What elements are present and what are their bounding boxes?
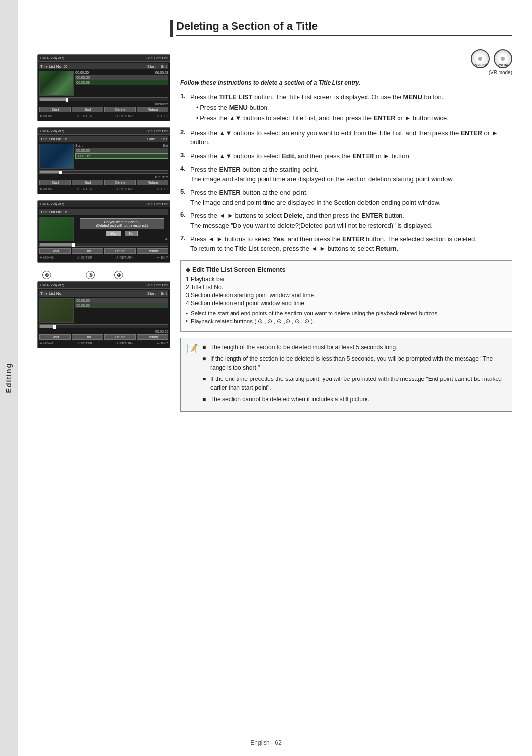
step-2-num: 2. bbox=[180, 128, 188, 147]
screen-3-source: DVD-RW(VR) bbox=[40, 202, 64, 206]
step-1-sub-2: Press the ▲▼ buttons to select Title Lis… bbox=[196, 113, 512, 123]
dvd-rw-icon: DVD-RW bbox=[494, 49, 512, 68]
screen-4-title: Edit Title List bbox=[146, 283, 168, 287]
elements-title-text: Edit Title List Screen Elements bbox=[192, 266, 286, 273]
screen-3-yes-btn[interactable]: Yes bbox=[106, 231, 120, 236]
sidebar-label: Editing bbox=[5, 363, 13, 393]
step-4-content: Press the ENTER button at the starting p… bbox=[190, 165, 512, 184]
screen-2-btn-delete[interactable]: Delete bbox=[104, 180, 136, 185]
footer: English - 62 bbox=[20, 739, 512, 746]
diamond-icon: ◆ bbox=[186, 266, 190, 273]
follow-instructions-text: Follow these instructions to delete a se… bbox=[180, 79, 512, 86]
screen-4-source: DVD-RW(VR) bbox=[40, 283, 64, 287]
element-bullet-1: Select the start and end points of the s… bbox=[186, 310, 507, 316]
screen-1-btn-delete[interactable]: Delete bbox=[104, 107, 136, 112]
step-6: 6. Press the ◄ ► buttons to select Delet… bbox=[180, 211, 512, 230]
step-7: 7. Press ◄ ► buttons to select Yes, and … bbox=[180, 234, 512, 253]
screen-4-btn-end[interactable]: End bbox=[72, 334, 103, 340]
label-3: ③ bbox=[86, 271, 95, 279]
content-area: DVD-RW(VR) Edit Title List Title List No… bbox=[37, 54, 512, 412]
dvd-ram-icon: DVD-RAM bbox=[471, 49, 490, 68]
numbered-labels: ① ③ ④ bbox=[37, 269, 170, 281]
screen-2-header: DVD-RW(VR) Edit Title List bbox=[38, 128, 170, 135]
step-7-num: 7. bbox=[180, 234, 188, 253]
label-1: ① bbox=[42, 271, 51, 279]
step-5: 5. Press the ENTER button at the end poi… bbox=[180, 188, 512, 207]
screen-3: DVD-RW(VR) Edit Title List Title List No… bbox=[37, 200, 170, 263]
step-3-content: Press the ▲▼ buttons to select Edit, and… bbox=[190, 151, 512, 161]
dvd-icons: DVD-RAM DVD-RW bbox=[180, 49, 512, 68]
step-1-content: Press the TITLE LIST button. The Title L… bbox=[190, 92, 512, 124]
screen-1-btn-return[interactable]: Return bbox=[137, 107, 168, 112]
sidebar: Editing bbox=[0, 0, 18, 756]
element-bullet-2: Playback related buttons ( ⊙ , ⊙ , ⊙ ,⊙ … bbox=[186, 318, 507, 325]
screenshots-panel: DVD-RW(VR) Edit Title List Title List No… bbox=[37, 54, 170, 412]
screen-1-source: DVD-RW(VR) bbox=[40, 56, 64, 60]
step-3: 3. Press the ▲▼ buttons to select Edit, … bbox=[180, 151, 512, 161]
main-content: Deleting a Section of a Title DVD-RW(VR)… bbox=[18, 0, 532, 756]
notes-icon: 📝 bbox=[187, 343, 198, 406]
screen-4-btn-return[interactable]: Return bbox=[137, 334, 168, 340]
screen-4-btn-start[interactable]: Start bbox=[39, 334, 71, 340]
step-1-num: 1. bbox=[180, 92, 188, 124]
screen-1-header: DVD-RW(VR) Edit Title List bbox=[38, 55, 170, 62]
screen-3-header: DVD-RW(VR) Edit Title List bbox=[38, 201, 170, 207]
elements-list: 1 Playback bar 2 Title List No. 3 Sectio… bbox=[186, 276, 507, 307]
step-1-sub-1: Press the MENU button. bbox=[196, 103, 512, 113]
footer-text: English - 62 bbox=[250, 739, 281, 746]
step-3-num: 3. bbox=[180, 151, 188, 161]
screen-4-thumbnail bbox=[39, 298, 74, 323]
step-4-num: 4. bbox=[180, 165, 188, 184]
screen-1-thumbnail bbox=[39, 71, 74, 96]
screen-2-title: Edit Title List bbox=[146, 129, 168, 133]
screen-4: DVD-RW(VR) Edit Title List Title List No… bbox=[37, 281, 170, 348]
screen-3-btn-start[interactable]: Start bbox=[39, 248, 71, 254]
element-2: 2 Title List No. bbox=[186, 284, 507, 291]
step-5-content: Press the ENTER button at the end point.… bbox=[190, 188, 512, 207]
note-2: ■ If the length of the section to be del… bbox=[202, 354, 506, 372]
steps-list: 1. Press the TITLE LIST button. The Titl… bbox=[180, 92, 512, 253]
screen-1: DVD-RW(VR) Edit Title List Title List No… bbox=[37, 54, 170, 121]
step-6-num: 6. bbox=[180, 211, 188, 230]
elements-bullets: Select the start and end points of the s… bbox=[186, 310, 507, 325]
screen-2-btn-start[interactable]: Start bbox=[39, 180, 71, 185]
screen-2-source: DVD-RW(VR) bbox=[40, 129, 64, 133]
note-4: ■ The section cannot be deleted when it … bbox=[202, 395, 506, 404]
screen-4-btn-delete[interactable]: Delete bbox=[104, 334, 136, 340]
screen-3-thumbnail bbox=[39, 217, 74, 241]
screen-1-btn-end[interactable]: End bbox=[72, 107, 103, 112]
screen-3-btn-delete[interactable]: Delete bbox=[104, 248, 136, 254]
screen-2-btn-end[interactable]: End bbox=[72, 180, 103, 185]
screen-2-btn-return[interactable]: Return bbox=[137, 180, 168, 185]
step-2-content: Press the ▲▼ buttons to select an entry … bbox=[190, 128, 512, 147]
element-3: 3 Section deletion starting point window… bbox=[186, 292, 507, 299]
screen-4-wrapper: DVD-RW(VR) Edit Title List Title List No… bbox=[37, 281, 170, 348]
screen-2-nav: ❖ MOVE⊙ ENTER↺ RETURN↩ EXIT bbox=[39, 186, 168, 192]
note-1: ■ The length of the section to be delete… bbox=[202, 343, 506, 352]
step-2: 2. Press the ▲▼ buttons to select an ent… bbox=[180, 128, 512, 147]
step-7-content: Press ◄ ► buttons to select Yes, and the… bbox=[190, 234, 512, 253]
screen-2: DVD-RW(VR) Edit Title List Title List No… bbox=[37, 127, 170, 194]
step-1: 1. Press the TITLE LIST button. The Titl… bbox=[180, 92, 512, 124]
screen-3-nav: ❖ MOVE⊙ ENTER↺ RETURN↩ EXIT bbox=[39, 255, 168, 261]
step-4: 4. Press the ENTER button at the startin… bbox=[180, 165, 512, 184]
notes-section: 📝 ■ The length of the section to be dele… bbox=[180, 338, 512, 412]
label-4: ④ bbox=[114, 271, 123, 279]
instructions-panel: DVD-RAM DVD-RW (VR mode) Follow these in… bbox=[180, 54, 512, 412]
screen-1-nav: ❖ MOVE⊙ ENTER↺ RETURN↩ EXIT bbox=[39, 113, 168, 119]
notes-content: ■ The length of the section to be delete… bbox=[202, 343, 506, 406]
step-5-num: 5. bbox=[180, 188, 188, 207]
screen-4-header: DVD-RW(VR) Edit Title List bbox=[38, 282, 170, 289]
element-1: 1 Playback bar bbox=[186, 276, 507, 283]
screen-3-no-btn[interactable]: No bbox=[125, 231, 138, 236]
screen-3-btn-end[interactable]: End bbox=[72, 248, 103, 254]
elements-title: ◆ Edit Title List Screen Elements bbox=[186, 266, 507, 273]
vr-mode-label: (VR mode) bbox=[180, 70, 512, 75]
screen-1-btn-start[interactable]: Start bbox=[39, 107, 71, 112]
step-6-content: Press the ◄ ► buttons to select Delete, … bbox=[190, 211, 512, 230]
screen-3-btn-return[interactable]: Return bbox=[137, 248, 168, 254]
screen-4-nav: ❖ MOVE⊙ ENTER↺ RETURN↩ EXIT bbox=[39, 341, 168, 346]
note-3: ■ If the end time precedes the starting … bbox=[202, 375, 506, 392]
element-4: 4 Section deletion end point window and … bbox=[186, 300, 507, 307]
title-accent-bar bbox=[170, 20, 173, 37]
